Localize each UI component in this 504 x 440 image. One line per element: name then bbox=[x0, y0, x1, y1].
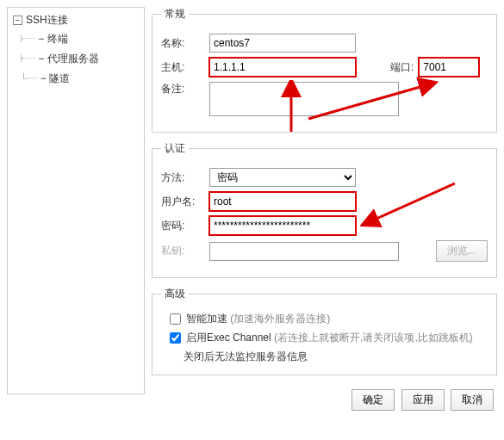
group-advanced-legend: 高级 bbox=[161, 287, 189, 301]
name-input[interactable] bbox=[209, 34, 356, 53]
apply-button[interactable]: 应用 bbox=[401, 389, 445, 411]
group-general-legend: 常规 bbox=[161, 7, 189, 22]
remark-input[interactable] bbox=[209, 82, 399, 116]
exec-label: 启用Exec Channel bbox=[186, 332, 274, 344]
tree-item-terminal[interactable]: ⊦┄ − 终端 bbox=[18, 29, 142, 49]
ok-button[interactable]: 确定 bbox=[352, 389, 395, 411]
port-input[interactable] bbox=[419, 58, 479, 77]
user-label: 用户名: bbox=[161, 195, 209, 209]
port-label: 端口: bbox=[390, 60, 414, 75]
tree-item-proxy[interactable]: ⊦┄ − 代理服务器 bbox=[18, 49, 142, 69]
host-input[interactable] bbox=[209, 58, 356, 77]
user-input[interactable] bbox=[209, 192, 356, 211]
dialog-buttons: 确定 应用 取消 bbox=[152, 384, 497, 411]
nav-tree: −SSH连接 ⊦┄ − 终端 ⊦┄ − 代理服务器 └┄ − 隧道 bbox=[7, 7, 145, 394]
group-auth: 认证 方法: 密码 用户名: 密码: 私钥: 浏览... bbox=[152, 141, 497, 278]
accel-checkbox[interactable] bbox=[170, 313, 181, 325]
tree-item-label: 终端 bbox=[47, 33, 68, 45]
tree-root-ssh[interactable]: −SSH连接 bbox=[9, 11, 142, 29]
pk-input bbox=[209, 242, 399, 261]
group-auth-legend: 认证 bbox=[161, 141, 189, 156]
exec-note: (若连接上就被断开,请关闭该项,比如跳板机) bbox=[274, 332, 473, 344]
host-label: 主机: bbox=[161, 60, 209, 75]
tree-root-label: SSH连接 bbox=[26, 14, 68, 26]
browse-button: 浏览... bbox=[436, 240, 488, 262]
exec-checkbox[interactable] bbox=[170, 332, 181, 344]
exec-subnote: 关闭后无法监控服务器信息 bbox=[161, 350, 488, 364]
accel-label: 智能加速 bbox=[186, 313, 230, 325]
name-label: 名称: bbox=[161, 36, 209, 51]
cancel-button[interactable]: 取消 bbox=[451, 389, 494, 411]
collapse-icon[interactable]: − bbox=[13, 15, 22, 25]
pk-label: 私钥: bbox=[161, 244, 209, 258]
pass-label: 密码: bbox=[161, 219, 209, 233]
group-general: 常规 名称: 主机: 端口: 备注: bbox=[152, 7, 497, 133]
tree-item-label: 代理服务器 bbox=[47, 53, 99, 65]
pass-input[interactable] bbox=[209, 216, 356, 235]
tree-item-label: 隧道 bbox=[49, 72, 70, 84]
accel-note: (加速海外服务器连接) bbox=[230, 313, 330, 325]
method-label: 方法: bbox=[161, 170, 209, 185]
remark-label: 备注: bbox=[161, 82, 209, 96]
method-select[interactable]: 密码 bbox=[209, 168, 356, 187]
tree-item-tunnel[interactable]: └┄ − 隧道 bbox=[18, 69, 142, 89]
group-advanced: 高级 智能加速 (加速海外服务器连接) 启用Exec Channel (若连接上… bbox=[152, 287, 497, 375]
